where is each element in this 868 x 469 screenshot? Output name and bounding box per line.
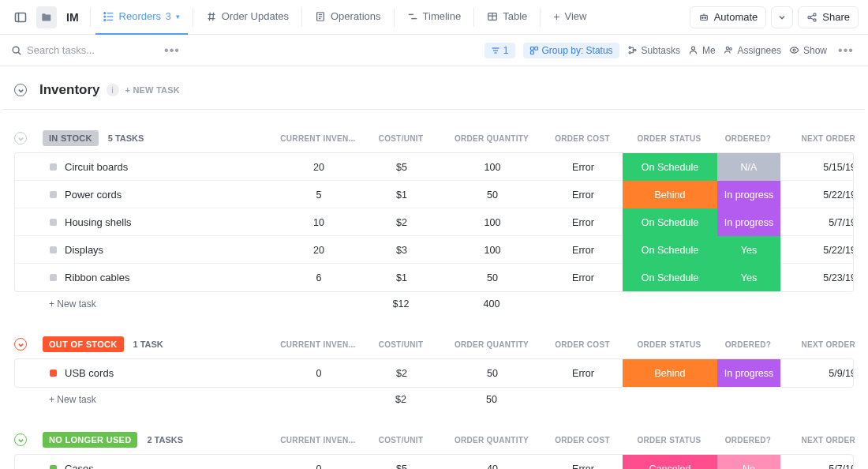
status-square-icon[interactable]: [50, 219, 57, 226]
col-head[interactable]: NEXT ORDER: [780, 436, 859, 445]
cell-order-cost[interactable]: Error: [544, 368, 623, 379]
cell-cost-unit[interactable]: $5: [362, 463, 441, 470]
status-square-icon[interactable]: [50, 191, 57, 198]
table-row[interactable]: Housing shells 10 $2 100 Error On Schedu…: [15, 208, 853, 236]
share-button[interactable]: Share: [798, 6, 859, 28]
ordered-pill[interactable]: N/A: [717, 153, 780, 181]
new-task-button[interactable]: + New task: [14, 394, 275, 405]
filter-count-pill[interactable]: 1: [485, 43, 515, 58]
col-head[interactable]: ORDERED?: [716, 436, 780, 445]
status-pill[interactable]: On Schedule: [623, 153, 717, 181]
cell-next-order[interactable]: 5/7/19: [780, 217, 854, 228]
status-pill[interactable]: Canceled: [623, 455, 717, 469]
task-name[interactable]: Cases: [65, 463, 94, 469]
cell-order-cost[interactable]: Error: [544, 463, 623, 470]
status-square-icon[interactable]: [50, 465, 57, 469]
automate-dropdown[interactable]: [771, 6, 793, 28]
cell-qty[interactable]: 50: [441, 189, 544, 201]
status-pill[interactable]: On Schedule: [623, 208, 717, 236]
me-toggle[interactable]: Me: [688, 45, 716, 56]
task-name[interactable]: Displays: [65, 244, 103, 256]
col-head[interactable]: COST/UNIT: [361, 340, 440, 349]
cell-next-order[interactable]: 5/22/19: [780, 189, 854, 201]
cell-inventory[interactable]: 6: [275, 272, 362, 283]
collapse-list-icon[interactable]: [14, 84, 27, 96]
group-by-pill[interactable]: Group by: Status: [523, 43, 619, 58]
more-search-icon[interactable]: •••: [161, 39, 183, 62]
task-name[interactable]: USB cords: [65, 367, 114, 379]
cell-next-order[interactable]: 5/7/19: [780, 463, 854, 470]
ordered-pill[interactable]: Yes: [717, 236, 780, 264]
cell-cost-unit[interactable]: $1: [362, 189, 441, 201]
col-head[interactable]: ORDERED?: [716, 340, 780, 349]
col-head[interactable]: ORDER QUANTITY: [440, 436, 543, 445]
cell-qty[interactable]: 100: [441, 217, 544, 228]
info-icon[interactable]: i: [107, 84, 119, 96]
new-task-button[interactable]: + NEW TASK: [125, 85, 180, 95]
table-row[interactable]: Cases 0 $5 40 Error Canceled No 5/7/19: [15, 455, 853, 469]
search-input[interactable]: [27, 44, 137, 56]
cell-inventory[interactable]: 0: [275, 463, 362, 470]
cell-cost-unit[interactable]: $2: [362, 217, 441, 228]
table-row[interactable]: USB cords 0 $2 50 Error Behind In progre…: [15, 359, 853, 387]
cell-qty[interactable]: 100: [441, 162, 544, 173]
status-pill[interactable]: Behind: [623, 359, 717, 387]
cell-next-order[interactable]: 5/15/19: [780, 162, 854, 173]
show-toggle[interactable]: Show: [789, 45, 827, 56]
col-head[interactable]: ORDER QUANTITY: [440, 340, 543, 349]
cell-qty[interactable]: 40: [441, 463, 544, 470]
new-task-button[interactable]: + New task: [14, 298, 275, 310]
ordered-pill[interactable]: Yes: [717, 264, 780, 291]
col-head[interactable]: CURRENT INVEN...: [275, 436, 361, 445]
status-square-icon[interactable]: [50, 246, 57, 253]
tab-timeline[interactable]: Timeline: [399, 0, 470, 35]
task-name[interactable]: Circuit boards: [65, 161, 128, 173]
cell-order-cost[interactable]: Error: [544, 272, 623, 283]
cell-qty[interactable]: 50: [441, 272, 544, 283]
collapse-sidebar-icon[interactable]: [9, 6, 32, 28]
status-chip[interactable]: IN STOCK: [43, 130, 99, 146]
collapse-group-icon[interactable]: [14, 338, 27, 351]
ordered-pill[interactable]: No: [717, 455, 780, 469]
folder-name[interactable]: IM: [66, 11, 79, 24]
cell-inventory[interactable]: 5: [275, 189, 362, 201]
status-square-icon[interactable]: [50, 370, 57, 377]
cell-order-cost[interactable]: Error: [544, 217, 623, 228]
cell-order-cost[interactable]: Error: [544, 162, 623, 173]
status-square-icon[interactable]: [50, 274, 57, 281]
cell-order-cost[interactable]: Error: [544, 189, 623, 201]
add-view[interactable]: + View: [545, 0, 594, 35]
ordered-pill[interactable]: In progress: [717, 359, 780, 387]
cell-cost-unit[interactable]: $3: [362, 245, 441, 256]
tab-table[interactable]: Table: [479, 0, 535, 35]
tab-operations[interactable]: Operations: [307, 0, 389, 35]
cell-order-cost[interactable]: Error: [544, 245, 623, 256]
col-head[interactable]: ORDER COST: [543, 134, 622, 143]
status-square-icon[interactable]: [50, 163, 57, 171]
table-row[interactable]: Displays 20 $3 100 Error On Schedule Yes…: [15, 236, 853, 264]
col-head[interactable]: CURRENT INVEN...: [275, 340, 361, 349]
tab-order-updates[interactable]: Order Updates: [198, 0, 297, 35]
cell-next-order[interactable]: 5/9/19: [780, 368, 854, 379]
table-row[interactable]: Ribbon cables 6 $1 50 Error On Schedule …: [15, 264, 853, 291]
cell-inventory[interactable]: 20: [275, 162, 362, 173]
automate-button[interactable]: Automate: [690, 6, 767, 28]
cell-inventory[interactable]: 10: [275, 217, 362, 228]
col-head[interactable]: ORDER QUANTITY: [440, 134, 543, 143]
tab-reorders[interactable]: Reorders 3 ▾: [95, 0, 188, 35]
assignees-toggle[interactable]: Assignees: [724, 45, 781, 56]
cell-cost-unit[interactable]: $2: [362, 368, 441, 379]
col-head[interactable]: ORDER COST: [543, 340, 622, 349]
col-head[interactable]: COST/UNIT: [361, 134, 440, 143]
ordered-pill[interactable]: In progress: [717, 208, 780, 236]
cell-next-order[interactable]: 5/23/19: [780, 272, 854, 283]
collapse-group-icon[interactable]: [14, 433, 27, 446]
cell-inventory[interactable]: 0: [275, 368, 362, 379]
status-pill[interactable]: Behind: [623, 181, 717, 208]
status-chip[interactable]: NO LONGER USED: [43, 432, 137, 448]
status-chip[interactable]: OUT OF STOCK: [43, 336, 124, 352]
cell-qty[interactable]: 50: [441, 368, 544, 379]
col-head[interactable]: ORDER STATUS: [622, 436, 716, 445]
collapse-group-icon[interactable]: [14, 132, 27, 144]
task-name[interactable]: Ribbon cables: [65, 272, 129, 283]
